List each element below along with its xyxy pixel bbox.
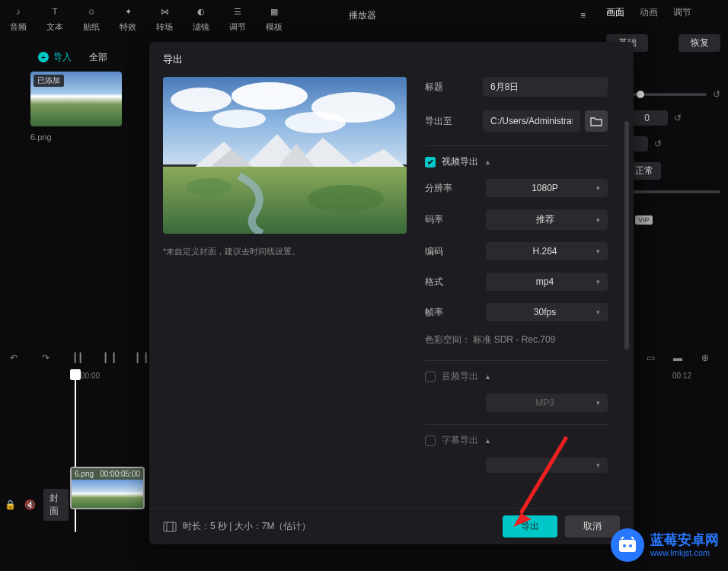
toolbar-adjust[interactable]: ☰调节: [219, 3, 256, 33]
audio-checkbox-icon: [425, 372, 436, 382]
cover-button[interactable]: 封面: [43, 489, 69, 521]
time-marker: 00:12: [672, 372, 691, 380]
chevron-down-icon: ▾: [596, 399, 600, 407]
audio-export-section[interactable]: 音频导出 ▲: [425, 370, 608, 383]
tool3-icon[interactable]: ⊕: [696, 349, 714, 367]
chevron-down-icon: ▾: [596, 308, 600, 316]
subtitle-export-section[interactable]: 字幕导出 ▲: [425, 434, 608, 447]
tool2-icon[interactable]: ▬: [669, 349, 687, 367]
time-start: 00:00: [81, 372, 100, 380]
split3-icon[interactable]: ┃ ┃: [133, 349, 151, 367]
tab-all[interactable]: 全部: [89, 51, 107, 64]
tool-icon[interactable]: ▭: [641, 349, 659, 367]
plus-icon: +: [38, 52, 49, 62]
clip-name: 6.png: [75, 470, 94, 478]
modal-scrollbar[interactable]: [624, 121, 629, 349]
toolbar-filter[interactable]: ◐滤镜: [183, 3, 219, 33]
collapse-icon: ▲: [484, 437, 491, 445]
undo-icon[interactable]: ↶: [5, 349, 23, 367]
playhead-line: [75, 380, 76, 532]
transition-icon: ⋈: [156, 3, 173, 20]
bitrate-dropdown[interactable]: 推荐▾: [486, 209, 608, 230]
path-label: 导出至: [425, 115, 483, 128]
collapse-icon: ▲: [484, 158, 491, 166]
video-checkbox-icon: [425, 157, 436, 167]
svg-point-4: [212, 110, 266, 128]
browse-button[interactable]: [585, 110, 608, 132]
chevron-down-icon: ▾: [596, 461, 600, 469]
collapse-icon: ▲: [484, 373, 491, 381]
export-button[interactable]: 导出: [503, 515, 557, 538]
chevron-down-icon: ▾: [596, 216, 600, 224]
svg-point-10: [186, 178, 231, 196]
toolbar-fx[interactable]: ✦特效: [110, 3, 146, 33]
video-section-label: 视频导出: [442, 155, 478, 168]
audio-format-dropdown: MP3▾: [486, 394, 608, 412]
svg-rect-12: [164, 522, 176, 531]
reset-icon[interactable]: ↺: [713, 89, 720, 100]
timeline-clip[interactable]: 6.png 00:00:05:00: [70, 467, 145, 509]
fx-icon: ✦: [120, 3, 136, 20]
chevron-down-icon: ▾: [596, 278, 600, 286]
audio-icon: ♪: [10, 3, 27, 20]
path-input[interactable]: [483, 110, 580, 132]
tab-adjust[interactable]: 调节: [673, 6, 691, 19]
codec-dropdown[interactable]: H.264▾: [486, 242, 608, 260]
mute-icon[interactable]: 🔇: [24, 496, 37, 513]
film-icon: [163, 522, 177, 532]
template-icon: ▦: [266, 3, 283, 20]
format-dropdown[interactable]: mp4▾: [486, 273, 608, 291]
fps-label: 帧率: [425, 306, 471, 319]
playhead-icon[interactable]: [70, 369, 81, 380]
bitrate-label: 码率: [425, 213, 471, 226]
text-icon: T: [46, 3, 63, 20]
subtitle-section-label: 字幕导出: [442, 434, 478, 447]
preview-note: *未自定义封面，建议去时间线设置。: [163, 246, 407, 257]
video-export-section[interactable]: 视频导出 ▲: [425, 155, 608, 168]
clip-duration: 00:00:05:00: [100, 470, 140, 478]
title-label: 标题: [425, 81, 483, 94]
dialog-title: 导出: [149, 42, 634, 77]
player-panel-header: 播放器 ≡: [340, 0, 595, 30]
vip-badge: VIP: [635, 215, 653, 225]
tab-picture[interactable]: 画面: [606, 6, 624, 19]
audio-section-label: 音频导出: [442, 370, 478, 383]
import-label: 导入: [53, 51, 72, 64]
svg-point-5: [285, 112, 346, 133]
tab-animation[interactable]: 动画: [640, 6, 658, 19]
lock-icon[interactable]: 🔒: [5, 496, 17, 513]
split2-icon[interactable]: ┃ ┃: [101, 349, 119, 367]
sticker-icon: ☺: [83, 3, 100, 20]
footer-info: 时长：5 秒 | 大小：7M（估计）: [183, 520, 311, 533]
media-thumbnail[interactable]: 已添加: [30, 72, 122, 126]
toolbar-text[interactable]: T文本: [37, 3, 73, 33]
preview-image: [163, 77, 407, 234]
resolution-label: 分辨率: [425, 182, 471, 195]
reset-icon[interactable]: ↺: [654, 139, 662, 149]
colorspace-info: 色彩空间： 标准 SDR - Rec.709: [425, 333, 608, 346]
cancel-button[interactable]: 取消: [565, 515, 620, 538]
export-preview: [163, 77, 407, 234]
toolbar-transition[interactable]: ⋈转场: [146, 3, 183, 33]
export-dialog: 导出: [149, 42, 634, 544]
title-input[interactable]: [483, 77, 608, 97]
toolbar-audio[interactable]: ♪音频: [0, 3, 37, 33]
subtitle-checkbox-icon: [425, 435, 436, 446]
filter-icon: ◐: [193, 3, 209, 20]
thumb-added-tag: 已添加: [34, 75, 64, 87]
split-icon[interactable]: ┃┃: [69, 349, 87, 367]
import-button[interactable]: + 导入: [38, 51, 72, 64]
player-menu-icon[interactable]: ≡: [580, 10, 586, 21]
chevron-down-icon: ▾: [596, 184, 600, 192]
toolbar-sticker[interactable]: ☺贴纸: [73, 3, 110, 33]
toolbar-template[interactable]: ▦模板: [256, 3, 292, 33]
adjust-icon: ☰: [229, 3, 246, 20]
btn-reset[interactable]: 恢复: [679, 34, 720, 52]
clip-thumbnail: [72, 480, 143, 509]
fps-dropdown[interactable]: 30fps▾: [486, 303, 608, 321]
reset-icon[interactable]: ↺: [674, 113, 682, 123]
redo-icon[interactable]: ↷: [37, 349, 55, 367]
resolution-dropdown[interactable]: 1080P▾: [486, 179, 608, 197]
svg-point-1: [171, 88, 231, 112]
player-title: 播放器: [349, 9, 376, 22]
